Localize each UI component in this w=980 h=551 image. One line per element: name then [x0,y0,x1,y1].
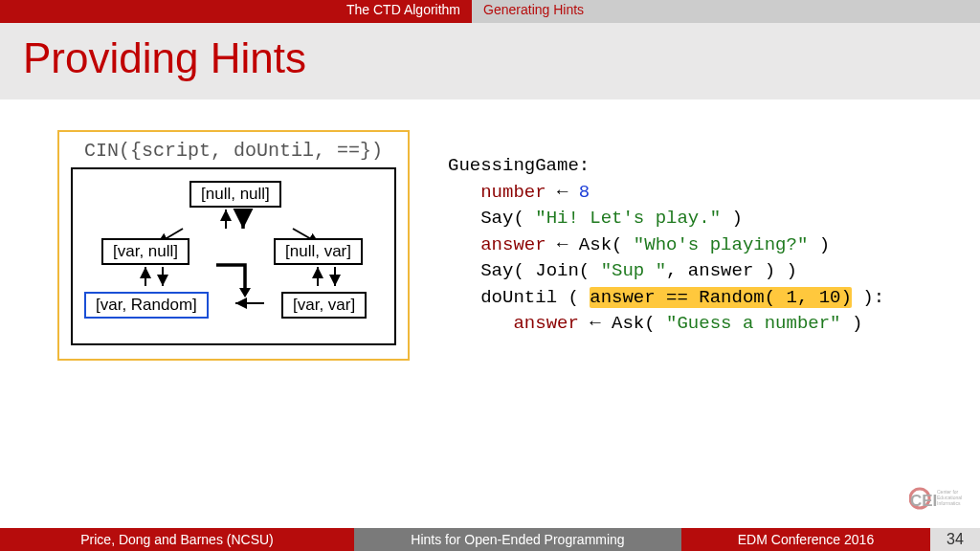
page-title: Providing Hints [23,34,957,82]
content: CIN({script, doUntil, ==}) [0,99,980,361]
svg-text:CEI: CEI [910,492,937,510]
svg-text:Center for: Center for [937,489,959,495]
code-l3c: ) [721,208,743,229]
code-block: GuessingGame: number ← 8 Say( "Hi! Let's… [448,130,884,361]
code-l6b: ): [852,287,884,308]
code-l5-str: "Sup " [601,260,666,281]
code-l4-str: "Who's playing?" [634,234,808,255]
footer: Price, Dong and Barnes (NCSU) Hints for … [0,528,980,551]
node-right2: [var, var] [281,292,367,319]
topbar-section: The CTD Algorithm [335,0,472,23]
code-l7d: ) [841,313,863,334]
code-l4b: ← Ask( [546,234,634,255]
code-l3a: Say( [480,208,535,229]
node-right1: [null, var] [274,238,363,265]
topbar-spacer [0,0,335,23]
footer-page: 34 [930,528,980,551]
cei-logo: CEI Center for Educational Informatics [909,476,967,524]
graph-box: [null, null] [var, null] [null, var] [va… [71,167,396,345]
footer-venue: EDM Conference 2016 [681,528,930,551]
svg-text:Informatics: Informatics [937,500,961,506]
code-l1: GuessingGame: [448,155,590,176]
node-left1: [var, null] [101,238,189,265]
code-l6a: doUntil ( [480,287,590,308]
code-l2-arrow: ← [546,182,579,203]
code-l5c: , answer ) ) [666,260,797,281]
svg-marker-9 [239,288,251,298]
topbar-subsection: Generating Hints [472,0,595,23]
code-l5a: Say( Join( [480,260,600,281]
footer-title: Hints for Open-Ended Programming [354,528,681,551]
node-left2: [var, Random] [84,292,209,319]
code-l7-id: answer [513,313,578,334]
title-area: Providing Hints [0,23,980,99]
code-l2-num: 8 [579,182,590,203]
code-l7b: ← Ask( [579,313,666,334]
code-l3-str: "Hi! Let's play." [535,208,721,229]
topbar: The CTD Algorithm Generating Hints [0,0,980,23]
code-l7-str: "Guess a number" [666,313,840,334]
diagram-box: CIN({script, doUntil, ==}) [57,130,410,361]
code-l6-hl: answer == Random( 1, 10) [590,287,852,308]
cin-label: CIN({script, doUntil, ==}) [71,140,396,162]
code-l2-id: number [480,182,546,203]
code-l4-id: answer [480,234,546,255]
code-l4d: ) [808,234,830,255]
node-top: [null, null] [189,181,281,208]
svg-text:Educational: Educational [937,495,962,500]
footer-authors: Price, Dong and Barnes (NCSU) [0,528,354,551]
